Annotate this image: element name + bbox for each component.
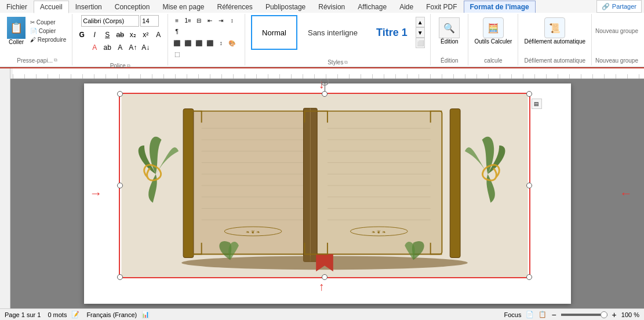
font-size-up-button[interactable]: A↑ [127, 42, 139, 53]
tab-fichier[interactable]: Fichier [0, 1, 34, 13]
outils-button[interactable]: 🧮 Outils Calculer [472, 16, 514, 46]
clear-format-button[interactable]: A [152, 29, 164, 41]
group-presse-papier-label: Presse-papi... [17, 57, 53, 64]
cut-button[interactable]: ✂ Couper [28, 18, 68, 27]
style-normal[interactable]: Normal [251, 15, 297, 50]
image-control-button[interactable]: ▤ [532, 99, 542, 109]
decrease-indent-button[interactable]: ⇤ [205, 15, 215, 26]
font-name-input[interactable] [81, 15, 139, 27]
tab-foxit-pdf[interactable]: Foxit PDF [420, 1, 463, 13]
group-edition: 🔍 Édition Édition [431, 14, 468, 66]
zoom-slider[interactable] [561, 314, 607, 316]
tab-affichage[interactable]: Affichage [351, 1, 393, 13]
expand-styles-icon[interactable]: ⧉ [344, 60, 348, 66]
group-nouveau: Nouveau groupe Nouveau groupe [592, 14, 642, 66]
sort-button[interactable]: ↕ [227, 15, 237, 26]
list-number-button[interactable]: 1≡ [183, 15, 193, 26]
styles-scroll-down[interactable]: ▼ [416, 27, 425, 38]
handle-br[interactable] [526, 274, 532, 280]
style-titre1[interactable]: Titre 1 [368, 15, 416, 50]
para-row1: ≡ 1≡ ⊟ ⇤ ⇥ ↕ ¶ [172, 15, 241, 37]
superscript-button[interactable]: x² [140, 29, 151, 41]
list-multilevel-button[interactable]: ⊟ [194, 15, 204, 26]
tab-publipostage[interactable]: Publipostage [259, 1, 312, 13]
italic-button[interactable]: I [89, 29, 100, 41]
justify-button[interactable]: ⬛ [205, 38, 215, 48]
underline-button[interactable]: S [101, 29, 113, 41]
tab-revision[interactable]: Révision [312, 1, 351, 13]
tab-accueil[interactable]: Accueil [34, 1, 69, 13]
view-mode-icon1[interactable]: 📄 [526, 311, 534, 318]
align-right-button[interactable]: ⬛ [194, 38, 204, 48]
group-label-row: Nouveau groupe [595, 56, 638, 64]
proofread-icon[interactable]: 📝 [71, 311, 79, 318]
format-painter-button[interactable]: 🖌 Reproduire [28, 35, 68, 44]
font-size-down-button[interactable]: A↓ [140, 42, 151, 53]
show-hide-button[interactable]: ¶ [172, 26, 182, 37]
styles-scroll-up[interactable]: ▲ [416, 17, 425, 27]
outils-icon: 🧮 [483, 17, 504, 38]
track-changes-icon[interactable]: 📊 [141, 311, 150, 318]
tab-format-image[interactable]: Format de l'image [464, 1, 536, 13]
group-label-row: calcule [472, 56, 514, 64]
group-label-row: Styles ⧉ [249, 59, 427, 66]
handle-ml[interactable] [117, 183, 123, 188]
handle-bc[interactable] [322, 274, 328, 280]
rotate-handle[interactable] [320, 79, 329, 86]
handle-bl[interactable] [117, 274, 123, 280]
ribbon-group-content: 🧮 Outils Calculer [472, 15, 514, 55]
defilement-button[interactable]: 📜 Défilement automatique [522, 16, 588, 46]
view-mode-icon2[interactable]: 📋 [539, 311, 547, 318]
highlight-button[interactable]: ab [101, 42, 113, 53]
tab-references[interactable]: Références [211, 1, 259, 13]
group-label-row: Presse-papi... ⧉ [6, 56, 68, 64]
police-row3: A ab A A↑ A↓ [89, 42, 151, 53]
borders-button[interactable]: ⬚ [172, 49, 182, 59]
zoom-in-button[interactable]: + [612, 310, 617, 319]
edition-button[interactable]: 🔍 Édition [436, 16, 462, 46]
para-row2: ⬛ ⬛ ⬛ ⬛ ↕ 🎨 ⬚ [172, 38, 241, 59]
status-bar: Page 1 sur 1 0 mots 📝 Français (France) … [0, 308, 644, 320]
svg-text:❧ ❦ ❧: ❧ ❦ ❧ [245, 230, 260, 235]
font-size-input[interactable] [140, 15, 159, 27]
bold-button[interactable]: G [76, 29, 88, 41]
handle-tc[interactable] [322, 91, 328, 97]
styles-expand[interactable]: ⬜ [416, 38, 425, 48]
share-button[interactable]: 🔗 Partager [596, 0, 642, 13]
svg-rect-27 [450, 109, 460, 258]
language-status[interactable]: Français (France) [86, 311, 137, 318]
book-image: ❧ ❦ ❧ ❧ ❦ ❧ [120, 94, 529, 277]
tab-mise-en-page[interactable]: Mise en page [156, 1, 210, 13]
outils-label: Outils Calculer [474, 38, 512, 45]
edition-icon: 🔍 [439, 17, 460, 38]
shading-button[interactable]: 🎨 [227, 38, 237, 48]
align-center-button[interactable]: ⬛ [183, 38, 193, 48]
handle-tl[interactable] [117, 91, 123, 97]
tab-aide[interactable]: Aide [393, 1, 420, 13]
list-bullet-button[interactable]: ≡ [172, 15, 182, 26]
handle-tr[interactable] [526, 91, 532, 97]
paste-button[interactable]: 📋 Coller [6, 16, 27, 46]
increase-indent-button[interactable]: ⇥ [216, 15, 226, 26]
zoom-out-button[interactable]: − [551, 310, 556, 319]
style-sans-interligne[interactable]: Sans interligne [300, 15, 366, 50]
align-left-button[interactable]: ⬛ [172, 38, 182, 48]
subscript-button[interactable]: x₂ [127, 29, 139, 41]
line-spacing-button[interactable]: ↕ [216, 38, 226, 48]
tab-insertion[interactable]: Insertion [69, 1, 108, 13]
bottom-arrow: ↑ [319, 280, 325, 293]
handle-mr[interactable] [526, 183, 532, 188]
zoom-slider-thumb[interactable] [601, 311, 607, 318]
expand-police-icon[interactable]: ⧉ [127, 63, 130, 69]
ruler-white [13, 68, 644, 78]
page-status: Page 1 sur 1 [5, 311, 41, 318]
focus-button[interactable]: Focus [504, 311, 521, 318]
copy-button[interactable]: 📄 Copier [28, 27, 68, 35]
font-color-button[interactable]: A [89, 42, 100, 53]
image-selection[interactable]: ↓ ↑ [119, 93, 530, 278]
expand-presse-papier-icon[interactable]: ⧉ [54, 57, 57, 63]
font-color2-button[interactable]: A [114, 42, 126, 53]
tab-conception[interactable]: Conception [108, 1, 157, 13]
defilement-icon: 📜 [544, 17, 565, 38]
strikethrough-button[interactable]: ab [114, 29, 126, 41]
